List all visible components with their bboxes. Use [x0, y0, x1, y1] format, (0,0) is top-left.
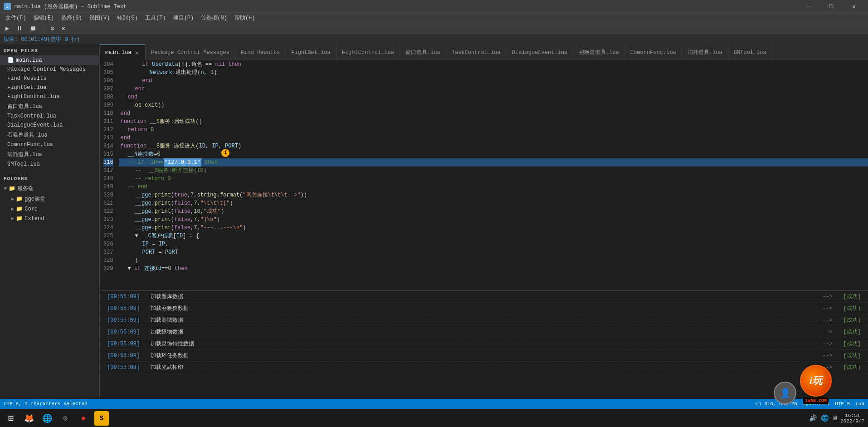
taskbar-left: ⊞ 🦊 🌐 ⚙ ● S — [4, 411, 109, 426]
encoding-status: UTF-8, 9 characters selected — [4, 401, 88, 407]
run-button[interactable]: ▶ — [4, 25, 11, 32]
log-status-1: [成功] — [844, 293, 861, 300]
log-arrow-5: --> — [823, 341, 836, 347]
tab-fightcontrol[interactable]: FightControl.lua — [336, 44, 400, 60]
sidebar-item-consume[interactable]: 消耗道具.lua — [0, 149, 99, 160]
log-row-2: [09:55:09] 加载召唤兽数据 --> [成功] — [100, 303, 868, 314]
code-line-321: __gge.print(false,7,"\t\t\t[") — [119, 199, 868, 207]
log-time-7: [09:55:09] — [107, 364, 143, 371]
log-msg-5: 加载灵饰特性数据 — [151, 340, 815, 348]
taskbar: ⊞ 🦊 🌐 ⚙ ● S 🔊 🌐 🖥 16:51 2022/9/7 — [0, 409, 868, 427]
sidebar-item-find-results[interactable]: Find Results — [0, 74, 99, 83]
code-line-329: ▼ if 连接id==0 then — [119, 265, 868, 273]
code-line-306: end — [119, 77, 868, 85]
code-line-325: ▼ __C客户信息[ID] = { — [119, 232, 868, 240]
brand-text: IWAN.COM — [803, 398, 829, 404]
tab-package-control[interactable]: Package Control Messages — [146, 44, 235, 60]
menu-edit[interactable]: 编辑(E) — [30, 13, 58, 23]
folder-icon: 📁 — [16, 206, 23, 212]
log-row-6: [09:55:09] 加载环任务数据 --> [成功] — [100, 350, 868, 362]
tab-fightget[interactable]: FightGet.lua — [286, 44, 336, 60]
log-row-4: [09:55:09] 加载怪物数据 --> [成功] — [100, 326, 868, 338]
log-time-6: [09:55:09] — [107, 353, 143, 359]
sidebar-folder-gge[interactable]: ▶ 📁 gge笑堂 — [0, 194, 99, 204]
main-content: OPEN FILES 📄 main.lua Package Control Me… — [0, 44, 868, 399]
log-msg-7: 加载光武拓印 — [151, 363, 815, 371]
pause-button[interactable]: ⏸ — [15, 25, 24, 32]
sidebar-item-gmt[interactable]: GMTool.lua — [0, 160, 99, 169]
brand-area: i玩 IWAN.COM — [800, 365, 832, 404]
sidebar-item-main-lua[interactable]: 📄 main.lua — [0, 55, 99, 65]
encoding-type: UTF-8 — [835, 401, 850, 407]
maximize-button[interactable]: □ — [821, 0, 842, 13]
tab-main-lua[interactable]: main.lua ✕ — [100, 44, 146, 60]
menu-tools[interactable]: 工具(T) — [141, 13, 170, 23]
code-line-326: IP = IP, — [119, 240, 868, 248]
sidebar-folder-server[interactable]: ▼ 📁 服务端 — [0, 183, 99, 194]
code-line-311: function __S服务:启动成功() — [119, 118, 868, 126]
sidebar-item-fightcontrol[interactable]: FightControl.lua — [0, 92, 99, 101]
log-arrow-1: --> — [823, 294, 836, 300]
log-status-3: [成功] — [844, 316, 861, 324]
search-status: 搜索: 00:01:49(选中 0 行) — [4, 35, 80, 43]
menu-project[interactable]: 项目(P) — [170, 13, 198, 23]
tab-common[interactable]: ComornFunc.lua — [625, 44, 682, 60]
tab-gmt[interactable]: GMTool.lua — [728, 44, 772, 60]
log-time-5: [09:55:09] — [107, 341, 143, 347]
close-button[interactable]: ✕ — [844, 0, 864, 13]
target-icon[interactable]: ⊙ — [60, 25, 67, 32]
menu-file[interactable]: 文件(F) — [2, 13, 30, 23]
system-tray: 🔊 🌐 🖥 — [809, 414, 839, 422]
minimize-button[interactable]: ─ — [798, 0, 819, 13]
firefox-icon[interactable]: 🦊 — [22, 411, 36, 426]
browser-icon[interactable]: 🌐 — [40, 411, 54, 426]
sidebar-folder-core[interactable]: ▶ 📁 Core — [0, 204, 99, 214]
tab-find-results[interactable]: Find Results — [235, 44, 286, 60]
menu-select[interactable]: 选择(S) — [58, 13, 86, 23]
menu-goto[interactable]: 转到(G) — [113, 13, 141, 23]
log-row-5: [09:55:09] 加载灵饰特性数据 --> [成功] — [100, 338, 868, 350]
editor-area[interactable]: 304 305 306 307 308 309 310 311 312 313 … — [100, 60, 868, 290]
code-content: if UserData[n].角色 == nil then Network:退出… — [119, 60, 868, 290]
status-bar: UTF-8, 9 characters selected Ln 316, Col… — [0, 399, 868, 409]
settings-taskbar-icon[interactable]: ⚙ — [58, 411, 73, 426]
menu-preferences[interactable]: 首选项(N) — [197, 13, 231, 23]
status-left: UTF-8, 9 characters selected — [4, 401, 88, 407]
sidebar-item-fightget[interactable]: FightGet.lua — [0, 83, 99, 92]
sidebar-item-summon[interactable]: 召唤兽道具.lua — [0, 130, 99, 140]
tab-taskcontrol[interactable]: TaskControl.lua — [446, 44, 507, 60]
log-arrow-2: --> — [823, 305, 836, 312]
sublime-taskbar-icon[interactable]: S — [94, 411, 109, 426]
log-row-3: [09:55:09] 加载商域数据 --> [成功] — [100, 314, 868, 326]
windows-start-button[interactable]: ⊞ — [4, 411, 18, 426]
menu-view[interactable]: 视图(V) — [86, 13, 114, 23]
folders-label: FOLDERS — [0, 172, 99, 183]
tab-dialogue[interactable]: DialogueEvent.lua — [507, 44, 573, 60]
code-line-320: __gge.print(true,7,string.format("网关连接\t… — [119, 191, 868, 199]
chevron-down-icon: ▼ — [4, 186, 7, 192]
sidebar-item-dialogue[interactable]: DialogueEvent.lua — [0, 121, 99, 130]
sidebar-item-package-control[interactable]: Package Control Messages — [0, 65, 99, 74]
log-msg-2: 加载召唤兽数据 — [151, 304, 815, 312]
avatar: 👤 — [774, 382, 796, 404]
tab-close-main-lua[interactable]: ✕ — [134, 49, 140, 57]
sidebar-item-common[interactable]: ComornFunc.lua — [0, 140, 99, 149]
stop-button[interactable]: ⏹ — [28, 25, 38, 32]
recording-icon[interactable]: ● — [76, 411, 91, 426]
clock: 16:51 2022/9/7 — [840, 413, 864, 424]
tab-consume[interactable]: 消耗道具.lua — [682, 44, 728, 60]
sidebar-item-taskcontrol[interactable]: TaskControl.lua — [0, 112, 99, 121]
log-row-1: [09:55:09] 加载题库数据 --> [成功] — [100, 291, 868, 303]
log-status-2: [成功] — [844, 304, 861, 312]
code-line-316: -- if IP=="127.0.0.1" then i — [119, 158, 868, 167]
tab-summon[interactable]: 召唤兽道具.lua — [573, 44, 625, 60]
code-line-327: PORT = PORT — [119, 248, 868, 256]
code-line-304: if UserData[n].角色 == nil then — [119, 60, 868, 69]
sidebar-folder-extend[interactable]: ▶ 📁 Extend — [0, 214, 99, 223]
sidebar-item-window-items[interactable]: 窗口道具.lua — [0, 101, 99, 112]
menu-help[interactable]: 帮助(H) — [231, 13, 259, 23]
tab-window-items[interactable]: 窗口道具.lua — [400, 44, 446, 60]
app-icon: S — [4, 3, 11, 10]
settings-icon[interactable]: ⚙ — [49, 25, 56, 32]
log-time-1: [09:55:09] — [107, 294, 143, 300]
